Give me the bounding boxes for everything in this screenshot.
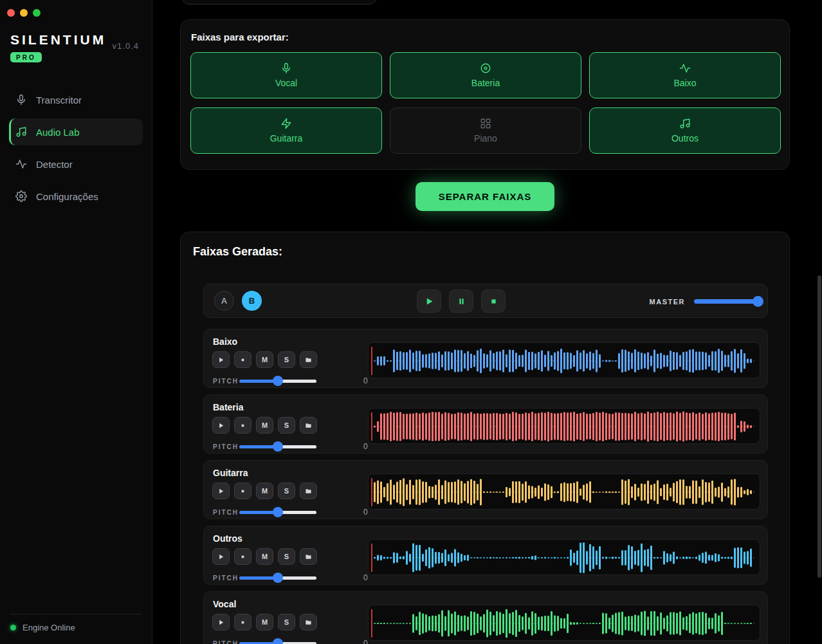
stop-button[interactable]: [481, 290, 506, 313]
track-mute-button[interactable]: M: [256, 351, 273, 368]
play-button[interactable]: [417, 290, 441, 313]
track-stop-button[interactable]: [234, 614, 251, 630]
app-window: SILENTIUM v1.0.4 PRO TranscritorAudio La…: [0, 0, 822, 644]
pitch-control: PITCH 0: [213, 442, 368, 451]
stopSmall-icon: [239, 422, 246, 429]
track-solo-button[interactable]: S: [278, 614, 295, 630]
waveform-display[interactable]: [368, 539, 760, 575]
stem-toggle-baixo[interactable]: Baixo: [589, 52, 781, 98]
export-section-title: Faixas para exportar:: [191, 32, 289, 42]
track-controls: M S: [212, 417, 317, 434]
master-slider-thumb[interactable]: [753, 296, 763, 307]
playSmall-icon: [217, 553, 224, 560]
folder-icon: [305, 356, 312, 363]
ab-toggle-b[interactable]: B: [242, 291, 262, 311]
close-window-icon[interactable]: [7, 9, 15, 17]
maximize-window-icon[interactable]: [33, 9, 41, 17]
waveform-display[interactable]: [368, 342, 760, 378]
track-play-button[interactable]: [212, 548, 230, 565]
pitch-slider-thumb[interactable]: [273, 441, 283, 452]
separate-tracks-button[interactable]: SEPARAR FAIXAS: [416, 182, 554, 211]
track-solo-button[interactable]: S: [278, 351, 295, 368]
stem-grid: VocalBateriaBaixoGuitarraPianoOutros: [190, 52, 781, 154]
track-row-vocal: Vocal M S PITCH 0: [203, 591, 768, 644]
pitch-slider-thumb[interactable]: [273, 376, 283, 386]
track-stop-button[interactable]: [234, 417, 251, 434]
sidebar-item-label: Audio Lab: [36, 127, 80, 138]
track-stop-button[interactable]: [234, 548, 251, 565]
stem-label: Vocal: [275, 78, 297, 88]
track-play-button[interactable]: [212, 614, 230, 630]
scrolled-panel-edge: [181, 0, 377, 5]
folder-icon: [305, 422, 312, 429]
sidebar-item-transcritor[interactable]: Transcritor: [9, 86, 143, 113]
pitch-label: PITCH: [213, 378, 239, 385]
stopSmall-icon: [239, 619, 246, 626]
pitch-control: PITCH 0: [213, 376, 368, 385]
pitch-slider[interactable]: [239, 445, 316, 448]
track-mute-button[interactable]: M: [256, 483, 273, 499]
folder-icon: [305, 488, 312, 495]
track-play-button[interactable]: [212, 483, 230, 499]
pause-button[interactable]: [449, 290, 473, 313]
waveform-display[interactable]: [368, 474, 760, 510]
play-icon: [425, 297, 434, 306]
track-export-button[interactable]: [300, 417, 317, 434]
waveform-display[interactable]: [368, 408, 760, 444]
vertical-scrollbar[interactable]: [817, 275, 821, 578]
track-solo-button[interactable]: S: [278, 548, 295, 565]
track-play-button[interactable]: [212, 351, 230, 368]
pitch-slider[interactable]: [239, 576, 316, 580]
stem-label: Guitarra: [270, 133, 303, 143]
stem-label: Baixo: [673, 78, 696, 88]
track-solo-button[interactable]: S: [278, 483, 295, 499]
track-export-button[interactable]: [300, 483, 317, 499]
track-row-bateria: Bateria M S PITCH 0: [203, 394, 768, 454]
track-mute-button[interactable]: M: [256, 417, 273, 434]
master-volume-slider[interactable]: [694, 299, 758, 304]
track-export-button[interactable]: [300, 614, 317, 630]
track-solo-button[interactable]: S: [278, 417, 295, 434]
sidebar-item-audio-lab[interactable]: Audio Lab: [9, 118, 143, 145]
music-icon: [15, 126, 27, 138]
track-export-button[interactable]: [300, 548, 317, 565]
stopSmall-icon: [239, 553, 246, 560]
pitch-label: PITCH: [213, 575, 239, 582]
track-play-button[interactable]: [212, 417, 230, 434]
waveform-display[interactable]: [368, 605, 760, 641]
pitch-control: PITCH 0: [213, 639, 368, 644]
window-controls: [7, 9, 41, 17]
activity-icon: [679, 62, 691, 74]
ab-toggle-a[interactable]: A: [214, 291, 234, 311]
pitch-value: 0: [363, 508, 368, 517]
stem-toggle-guitarra[interactable]: Guitarra: [190, 107, 382, 154]
music-icon: [679, 118, 691, 129]
pitch-slider-thumb[interactable]: [273, 573, 283, 583]
track-stop-button[interactable]: [234, 351, 251, 368]
track-stop-button[interactable]: [234, 483, 251, 499]
track-controls: M S: [212, 351, 317, 368]
track-name: Guitarra: [213, 468, 248, 478]
pitch-value: 0: [363, 639, 368, 644]
folder-icon: [305, 619, 312, 626]
pitch-slider[interactable]: [239, 511, 316, 514]
stem-toggle-vocal[interactable]: Vocal: [190, 52, 382, 98]
stem-toggle-bateria[interactable]: Bateria: [390, 52, 581, 98]
stem-toggle-piano[interactable]: Piano: [390, 107, 581, 154]
track-export-button[interactable]: [300, 351, 317, 368]
stopSmall-icon: [239, 488, 246, 495]
playSmall-icon: [217, 422, 224, 429]
minimize-window-icon[interactable]: [20, 9, 28, 17]
pitch-slider-thumb[interactable]: [273, 638, 283, 644]
sidebar-item-configurações[interactable]: Configurações: [9, 183, 143, 210]
pitch-slider[interactable]: [239, 642, 316, 644]
pitch-slider[interactable]: [239, 380, 316, 383]
track-mute-button[interactable]: M: [256, 614, 273, 630]
sidebar: SILENTIUM v1.0.4 PRO TranscritorAudio La…: [0, 0, 152, 644]
playback-toolbar: A B MASTER: [203, 284, 768, 318]
pitch-slider-thumb[interactable]: [273, 507, 283, 517]
sidebar-footer: Engine Online: [10, 614, 142, 632]
stem-toggle-outros[interactable]: Outros: [589, 107, 781, 154]
track-mute-button[interactable]: M: [256, 548, 273, 565]
sidebar-item-detector[interactable]: Detector: [9, 151, 143, 178]
